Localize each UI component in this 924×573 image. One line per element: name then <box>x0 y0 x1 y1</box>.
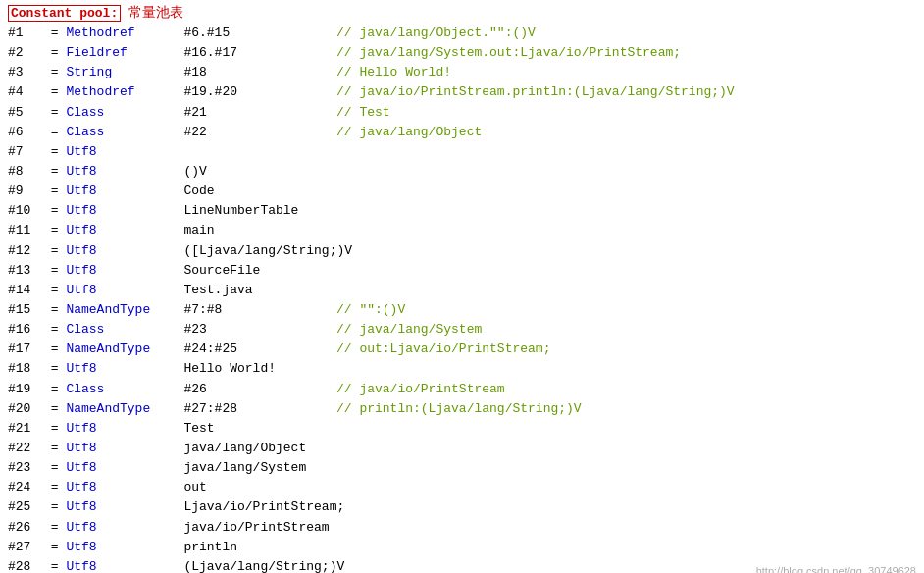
chinese-label: 常量池表 <box>128 4 183 22</box>
table-row: #24 = Utf8 out <box>8 478 916 497</box>
entry-eq: = <box>43 518 66 538</box>
entry-comment: // "":()V <box>321 300 405 320</box>
entry-num: #28 <box>8 557 43 573</box>
entry-comment: // out:Ljava/io/PrintStream; <box>321 339 550 359</box>
entry-num: #27 <box>8 538 43 557</box>
entry-num: #20 <box>8 399 43 419</box>
table-row: #13 = Utf8 SourceFile <box>8 261 916 281</box>
entry-ref: java/io/PrintStream <box>183 518 329 538</box>
entry-type: Utf8 <box>66 201 183 221</box>
header-row: Constant pool: 常量池表 <box>8 4 916 22</box>
entry-comment: // Hello World! <box>321 63 451 82</box>
entry-comment: // java/lang/System.out:Ljava/io/PrintSt… <box>321 43 681 63</box>
entry-num: #4 <box>8 82 43 102</box>
entry-eq: = <box>43 380 66 399</box>
entry-eq: = <box>43 281 66 300</box>
entry-eq: = <box>43 162 66 182</box>
entry-type: Class <box>66 123 183 142</box>
table-row: #16 = Class #23 // java/lang/System <box>8 320 916 339</box>
entry-ref: #21 <box>183 103 321 123</box>
entry-type: Class <box>66 380 183 399</box>
entry-type: Utf8 <box>66 478 183 497</box>
table-row: #22 = Utf8 java/lang/Object <box>8 439 916 458</box>
entry-type: Utf8 <box>66 557 183 573</box>
entry-eq: = <box>43 439 66 458</box>
entry-type: NameAndType <box>66 399 183 419</box>
entry-type: Class <box>66 103 183 123</box>
entry-ref: #27:#28 <box>183 399 321 419</box>
entry-num: #23 <box>8 458 43 478</box>
entry-num: #19 <box>8 380 43 399</box>
watermark: http://blog.csdn.net/qq_30749628 <box>756 565 916 573</box>
entry-ref: java/lang/System <box>183 458 321 478</box>
entry-type: NameAndType <box>66 300 183 320</box>
entry-ref: #22 <box>183 123 321 142</box>
table-row: #11 = Utf8 main <box>8 221 916 240</box>
entry-eq: = <box>43 419 66 439</box>
entry-ref: Ljava/io/PrintStream; <box>183 497 344 517</box>
table-row: #5 = Class #21 // Test <box>8 103 916 123</box>
entry-num: #12 <box>8 241 43 261</box>
entry-ref: SourceFile <box>183 261 321 281</box>
entry-ref: Code <box>183 182 321 201</box>
entry-num: #21 <box>8 419 43 439</box>
table-row: #23 = Utf8 java/lang/System <box>8 458 916 478</box>
entry-type: Utf8 <box>66 518 183 538</box>
entry-eq: = <box>43 320 66 339</box>
entry-type: Utf8 <box>66 538 183 557</box>
entry-num: #7 <box>8 142 43 162</box>
entry-ref: #23 <box>183 320 321 339</box>
table-row: #4 = Methodref #19.#20 // java/io/PrintS… <box>8 82 916 102</box>
table-row: #25 = Utf8 Ljava/io/PrintStream; <box>8 497 916 517</box>
entry-type: Utf8 <box>66 359 183 379</box>
entry-ref: #18 <box>183 63 321 82</box>
table-row: #12 = Utf8 ([Ljava/lang/String;)V <box>8 241 916 261</box>
entry-ref: (Ljava/lang/String;)V <box>183 557 344 573</box>
table-row: #21 = Utf8 Test <box>8 419 916 439</box>
table-row: #18 = Utf8 Hello World! <box>8 359 916 379</box>
entry-ref: Test <box>183 419 321 439</box>
entry-ref: ()V <box>183 162 321 182</box>
entry-comment: // Test <box>321 103 389 123</box>
entry-type: Utf8 <box>66 281 183 300</box>
entry-ref: #7:#8 <box>183 300 321 320</box>
entry-num: #24 <box>8 478 43 497</box>
entry-num: #17 <box>8 339 43 359</box>
entry-type: String <box>66 63 183 82</box>
entry-eq: = <box>43 359 66 379</box>
entry-ref: out <box>183 478 321 497</box>
entry-ref <box>183 142 321 162</box>
table-row: #20 = NameAndType #27:#28 // println:(Lj… <box>8 399 916 419</box>
entry-comment: // java/lang/System <box>321 320 482 339</box>
entry-num: #22 <box>8 439 43 458</box>
entry-eq: = <box>43 241 66 261</box>
table-row: #6 = Class #22 // java/lang/Object <box>8 123 916 142</box>
entry-type: NameAndType <box>66 339 183 359</box>
entry-ref: #19.#20 <box>183 82 321 102</box>
entry-ref: #16.#17 <box>183 43 321 63</box>
entry-num: #6 <box>8 123 43 142</box>
entry-type: Utf8 <box>66 419 183 439</box>
entry-type: Methodref <box>66 82 183 102</box>
code-block: #1 = Methodref #6.#15 // java/lang/Objec… <box>8 24 916 573</box>
entry-comment: // java/io/PrintStream <box>321 380 504 399</box>
entry-ref: LineNumberTable <box>183 201 321 221</box>
table-row: #26 = Utf8 java/io/PrintStream <box>8 518 916 538</box>
entry-type: Utf8 <box>66 439 183 458</box>
entry-type: Fieldref <box>66 43 183 63</box>
entry-type: Utf8 <box>66 261 183 281</box>
entry-num: #11 <box>8 221 43 240</box>
entry-eq: = <box>43 103 66 123</box>
entry-ref: println <box>183 538 321 557</box>
table-row: #2 = Fieldref #16.#17 // java/lang/Syste… <box>8 43 916 63</box>
entry-ref: #6.#15 <box>183 24 321 43</box>
entry-eq: = <box>43 201 66 221</box>
table-row: #27 = Utf8 println <box>8 538 916 557</box>
entry-eq: = <box>43 24 66 43</box>
entry-eq: = <box>43 399 66 419</box>
entry-num: #9 <box>8 182 43 201</box>
entry-eq: = <box>43 123 66 142</box>
table-row: #10 = Utf8 LineNumberTable <box>8 201 916 221</box>
entry-eq: = <box>43 43 66 63</box>
entry-eq: = <box>43 82 66 102</box>
